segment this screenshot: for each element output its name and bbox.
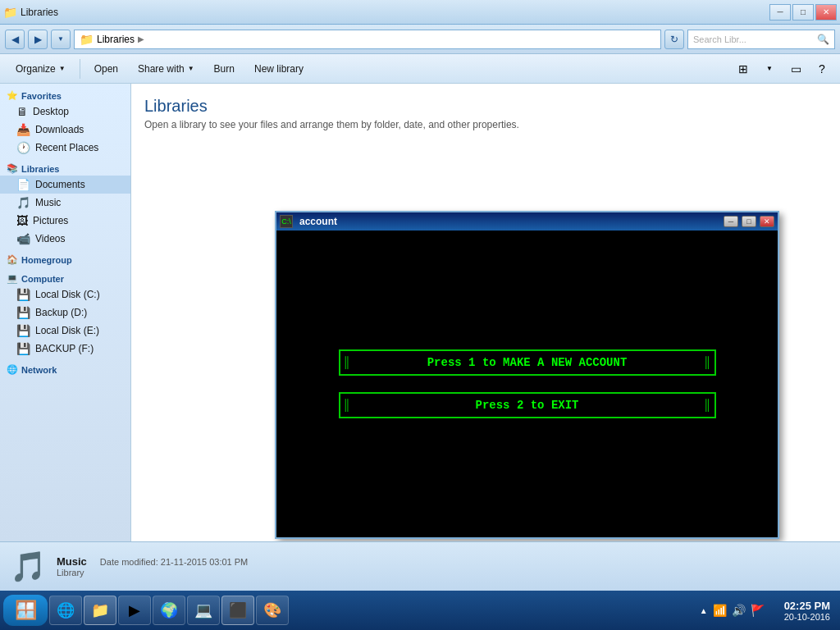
clock-time: 02:25 PM [784,600,830,612]
volume-tray-icon: 🔊 [732,604,746,617]
address-arrow: ▶ [138,34,144,43]
start-button[interactable]: 🪟 [3,595,48,626]
tray-arrow-icon[interactable]: ▲ [700,606,708,615]
pane-button[interactable]: ▭ [784,57,807,80]
sidebar-item-backup-d-label: Backup (D:) [35,307,87,318]
address-input[interactable]: 📁 Libraries ▶ [74,30,661,49]
cmd-option-2[interactable]: Press 2 to EXIT [339,392,716,418]
sidebar-item-music[interactable]: 🎵 Music [0,194,130,212]
taskbar-item-ie[interactable]: 🌐 [49,596,82,625]
content-area: Libraries Open a library to see your fil… [131,84,840,541]
taskbar-item-paint[interactable]: 🎨 [256,596,289,625]
network-header[interactable]: 🌐 Network [0,361,130,377]
organize-label: Organize [16,63,56,75]
homegroup-header[interactable]: 🏠 Homegroup [0,251,130,267]
favorites-label: Favorites [21,91,62,101]
cmd-option-2-text: Press 2 to EXIT [475,399,578,412]
taskbar-item-cmd[interactable]: ⬛ [221,596,254,625]
cmd-taskbar-icon: ⬛ [229,601,247,619]
cmd-window[interactable]: C:\ account ─ □ ✕ Press 1 to MAKE A NEW … [275,211,779,539]
sidebar-item-backup-f-label: BACKUP (F:) [35,343,94,354]
cmd-icon: C:\ [280,215,293,228]
sidebar-item-downloads-label: Downloads [35,124,84,135]
refresh-button[interactable]: ↻ [664,30,684,49]
content-title: Libraries [144,97,827,116]
view-button[interactable]: ⊞ [732,57,755,80]
status-item-type: Library [57,568,248,578]
sidebar-item-music-label: Music [35,197,61,208]
window-icon: 📁 [3,6,17,19]
computer-header[interactable]: 💻 Computer [0,270,130,285]
toolbar-right: ⊞ ▼ ▭ ? [732,57,833,80]
forward-button[interactable]: ▶ [28,30,48,49]
sidebar-item-backup-d[interactable]: 💾 Backup (D:) [0,304,130,322]
chrome-icon: 🌍 [160,601,178,619]
homegroup-label: Homegroup [21,255,72,265]
sidebar-item-videos[interactable]: 📹 Videos [0,230,130,248]
sidebar-item-pictures[interactable]: 🖼 Pictures [0,212,130,230]
sidebar-item-local-e-label: Local Disk (E:) [35,325,99,336]
network-icon: 🌐 [7,364,18,375]
share-chevron: ▼ [188,65,194,72]
address-bar: ◀ ▶ ▼ 📁 Libraries ▶ ↻ Search Libr... 🔍 [0,25,840,54]
favorites-section: ⭐ Favorites 🖥 Desktop 📥 Downloads 🕐 Rece… [0,87,130,157]
computer-icon: 💻 [7,273,18,284]
address-text: Libraries [97,34,135,45]
window-title: Libraries [21,7,58,18]
sidebar-item-local-c[interactable]: 💾 Local Disk (C:) [0,285,130,304]
open-label: Open [94,63,118,75]
sidebar-item-desktop[interactable]: 🖥 Desktop [0,103,130,121]
organize-button[interactable]: Organize ▼ [7,57,75,80]
title-bar-controls: ─ □ ✕ [769,4,837,21]
main-container: ⭐ Favorites 🖥 Desktop 📥 Downloads 🕐 Rece… [0,84,840,541]
toolbar-separator-1 [80,59,80,79]
sidebar-item-recent-places[interactable]: 🕐 Recent Places [0,139,130,157]
sidebar-item-backup-f[interactable]: 💾 BACKUP (F:) [0,340,130,358]
sidebar-item-pictures-label: Pictures [33,215,68,226]
search-box[interactable]: Search Libr... 🔍 [687,30,835,49]
paint-icon: 🎨 [263,601,281,619]
status-bar: 🎵 Music Date modified: 21-11-2015 03:01 … [0,541,840,591]
search-placeholder: Search Libr... [693,34,746,44]
new-library-button[interactable]: New library [245,57,313,80]
ie-icon: 🌐 [57,601,75,619]
sidebar-item-videos-label: Videos [35,233,65,244]
cmd-maximize-button[interactable]: □ [742,216,756,227]
back-button[interactable]: ◀ [5,30,25,49]
sys-tray: ▲ 📶 🔊 🚩 [693,604,771,617]
minimize-button[interactable]: ─ [769,4,791,21]
status-icon: 🎵 [10,550,47,584]
desktop-icon: 🖥 [16,105,28,118]
music-icon: 🎵 [16,196,30,209]
libraries-header[interactable]: 📚 Libraries [0,160,130,176]
sidebar-item-local-e[interactable]: 💾 Local Disk (E:) [0,322,130,340]
disk-d-icon: 💾 [16,306,30,319]
view-dropdown[interactable]: ▼ [758,57,781,80]
help-button[interactable]: ? [810,57,833,80]
taskbar-item-windows[interactable]: 💻 [187,596,220,625]
maximize-button[interactable]: □ [792,4,814,21]
taskbar-item-chrome[interactable]: 🌍 [153,596,185,625]
videos-icon: 📹 [16,232,30,245]
cmd-minimize-button[interactable]: ─ [724,216,738,227]
clock-date: 20-10-2016 [784,612,830,622]
explorer-icon: 📁 [91,601,109,619]
close-button[interactable]: ✕ [815,4,837,21]
taskbar-item-explorer[interactable]: 📁 [84,596,116,625]
taskbar-item-media[interactable]: ▶ [118,596,151,625]
share-with-button[interactable]: Share with ▼ [129,57,203,80]
favorites-header[interactable]: ⭐ Favorites [0,87,130,103]
open-button[interactable]: Open [85,57,127,80]
burn-button[interactable]: Burn [205,57,244,80]
windows-logo-icon: 🪟 [15,600,37,621]
cmd-option-1[interactable]: Press 1 to MAKE A NEW ACCOUNT [339,349,716,376]
sidebar-item-documents[interactable]: 📄 Documents [0,176,130,194]
homegroup-section: 🏠 Homegroup [0,251,130,267]
computer-section: 💻 Computer 💾 Local Disk (C:) 💾 Backup (D… [0,270,130,358]
disk-f-icon: 💾 [16,342,30,355]
dropdown-button[interactable]: ▼ [51,30,71,49]
cmd-close-button[interactable]: ✕ [760,216,774,227]
burn-label: Burn [214,63,235,75]
sidebar-item-downloads[interactable]: 📥 Downloads [0,121,130,139]
cmd-title-text: account [296,216,720,227]
